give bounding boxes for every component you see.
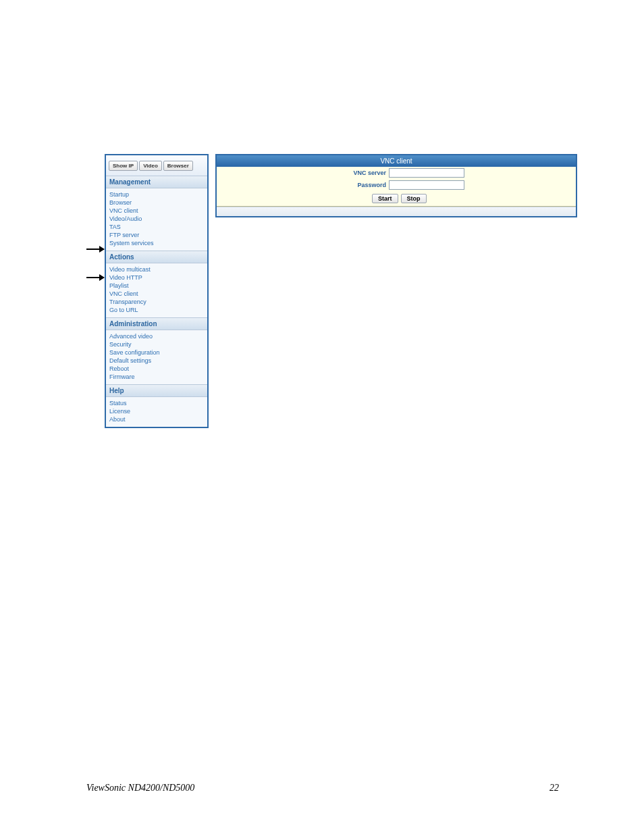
panel-title: VNC client bbox=[217, 155, 576, 167]
input-password[interactable] bbox=[389, 180, 464, 190]
nav-video-multicast[interactable]: Video multicast bbox=[109, 265, 204, 273]
row-password: Password bbox=[217, 179, 576, 191]
arrow-to-vnc-client bbox=[86, 277, 104, 278]
tab-show-ip[interactable]: Show IP bbox=[109, 161, 138, 171]
nav-advanced-video[interactable]: Advanced video bbox=[109, 332, 204, 340]
nav-playlist[interactable]: Playlist bbox=[109, 282, 204, 290]
section-header-actions: Actions bbox=[106, 251, 207, 263]
footer-page-number: 22 bbox=[549, 783, 559, 793]
start-button[interactable]: Start bbox=[372, 194, 398, 203]
nav-video-http[interactable]: Video HTTP bbox=[109, 273, 204, 282]
nav-go-to-url[interactable]: Go to URL bbox=[109, 306, 204, 314]
stop-button[interactable]: Stop bbox=[401, 194, 427, 203]
tab-video[interactable]: Video bbox=[139, 161, 162, 171]
nav-about[interactable]: About bbox=[109, 415, 204, 423]
admin-ui-screenshot: Show IP Video Browser Management Startup… bbox=[105, 154, 577, 377]
nav-default-settings[interactable]: Default settings bbox=[109, 357, 204, 365]
label-vnc-server: VNC server bbox=[217, 170, 389, 176]
section-header-help: Help bbox=[106, 384, 207, 397]
nav-security[interactable]: Security bbox=[109, 340, 204, 348]
row-vnc-server: VNC server bbox=[217, 167, 576, 179]
actions-links: Video multicast Video HTTP Playlist VNC … bbox=[106, 263, 207, 317]
nav-system-services[interactable]: System services bbox=[109, 239, 204, 247]
nav-tas[interactable]: TAS bbox=[109, 223, 204, 231]
footer-product: ViewSonic ND4200/ND5000 bbox=[86, 783, 194, 793]
tab-browser[interactable]: Browser bbox=[163, 161, 193, 171]
sidebar: Show IP Video Browser Management Startup… bbox=[105, 154, 209, 428]
admin-links: Advanced video Security Save configurati… bbox=[106, 330, 207, 384]
form-area: VNC server Password Start Stop bbox=[217, 167, 576, 207]
nav-license[interactable]: License bbox=[109, 407, 204, 415]
label-password: Password bbox=[217, 182, 389, 188]
nav-transparency[interactable]: Transparency bbox=[109, 298, 204, 306]
nav-firmware[interactable]: Firmware bbox=[109, 373, 204, 381]
page-footer: ViewSonic ND4200/ND5000 22 bbox=[86, 783, 559, 793]
nav-reboot[interactable]: Reboot bbox=[109, 365, 204, 373]
input-vnc-server[interactable] bbox=[389, 168, 464, 178]
nav-save-configuration[interactable]: Save configuration bbox=[109, 348, 204, 357]
nav-startup[interactable]: Startup bbox=[109, 190, 204, 199]
nav-browser[interactable]: Browser bbox=[109, 199, 204, 207]
arrow-to-actions bbox=[86, 249, 104, 250]
document-page: Show IP Video Browser Management Startup… bbox=[0, 0, 644, 834]
nav-status[interactable]: Status bbox=[109, 399, 204, 407]
nav-video-audio[interactable]: Video/Audio bbox=[109, 215, 204, 223]
nav-ftp-server[interactable]: FTP server bbox=[109, 231, 204, 239]
management-links: Startup Browser VNC client Video/Audio T… bbox=[106, 188, 207, 251]
status-bar bbox=[217, 207, 576, 216]
nav-vnc-client-action[interactable]: VNC client bbox=[109, 290, 204, 298]
button-row: Start Stop bbox=[217, 191, 576, 206]
sidebar-top-tabs: Show IP Video Browser bbox=[106, 155, 207, 176]
help-links: Status License About bbox=[106, 397, 207, 427]
section-header-management: Management bbox=[106, 176, 207, 188]
nav-vnc-client-mgmt[interactable]: VNC client bbox=[109, 207, 204, 215]
section-header-administration: Administration bbox=[106, 317, 207, 330]
main-panel: VNC client VNC server Password Start Sto… bbox=[215, 154, 577, 217]
